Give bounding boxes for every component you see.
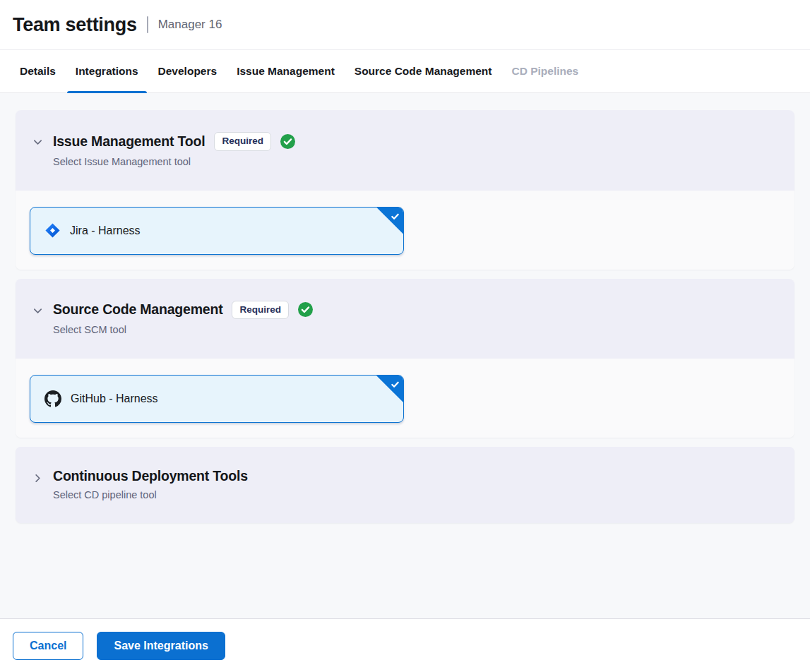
selected-check-icon <box>391 211 400 224</box>
tab-cd-pipelines: CD Pipelines <box>501 50 588 92</box>
section-subtitle: Select CD pipeline tool <box>53 489 248 500</box>
section-title: Issue Management Tool <box>53 133 205 150</box>
selected-corner-flag <box>376 207 404 235</box>
section-issue-management-tool: Issue Management Tool Required Select Is… <box>16 110 794 270</box>
section-scm-header[interactable]: Source Code Management Required Select S… <box>16 279 794 359</box>
tool-card-github[interactable]: GitHub - Harness <box>30 375 404 423</box>
github-icon <box>44 390 61 407</box>
tab-issue-management[interactable]: Issue Management <box>227 50 345 92</box>
section-title: Continuous Deployment Tools <box>53 468 248 484</box>
chevron-right-icon[interactable] <box>31 468 44 484</box>
action-footer: Cancel Save Integrations <box>0 618 810 672</box>
completed-check-icon <box>298 302 313 317</box>
tab-details[interactable]: Details <box>10 50 66 92</box>
required-badge: Required <box>214 132 271 151</box>
section-cd-header[interactable]: Continuous Deployment Tools Select CD pi… <box>16 447 794 523</box>
tab-developers[interactable]: Developers <box>148 50 227 92</box>
tab-source-code-management[interactable]: Source Code Management <box>345 50 502 92</box>
tool-card-label: GitHub - Harness <box>71 392 158 405</box>
required-badge: Required <box>232 301 289 320</box>
tab-integrations[interactable]: Integrations <box>66 50 148 92</box>
page-title: Team settings <box>13 14 137 36</box>
section-subtitle: Select Issue Management tool <box>53 156 295 167</box>
section-issue-management-header[interactable]: Issue Management Tool Required Select Is… <box>16 110 794 191</box>
chevron-down-icon[interactable] <box>31 301 44 316</box>
section-title: Source Code Management <box>53 301 222 318</box>
title-divider <box>147 16 148 33</box>
section-scm-body: GitHub - Harness <box>16 359 794 438</box>
section-continuous-deployment-tools: Continuous Deployment Tools Select CD pi… <box>16 447 794 523</box>
page-subtitle: Manager 16 <box>158 18 222 32</box>
tool-card-jira[interactable]: Jira - Harness <box>30 207 404 255</box>
selected-check-icon <box>391 379 400 392</box>
integrations-panel: Issue Management Tool Required Select Is… <box>0 93 810 618</box>
jira-icon <box>44 222 61 239</box>
section-subtitle: Select SCM tool <box>53 324 313 335</box>
cancel-button[interactable]: Cancel <box>13 632 83 660</box>
chevron-down-icon[interactable] <box>31 132 44 148</box>
tab-bar: Details Integrations Developers Issue Ma… <box>0 50 810 93</box>
completed-check-icon <box>280 134 295 149</box>
page-header: Team settings Manager 16 <box>0 0 810 50</box>
tool-card-label: Jira - Harness <box>70 224 141 237</box>
selected-corner-flag <box>376 375 404 403</box>
save-integrations-button[interactable]: Save Integrations <box>97 632 225 660</box>
section-source-code-management: Source Code Management Required Select S… <box>16 279 794 438</box>
section-issue-management-body: Jira - Harness <box>16 191 794 270</box>
